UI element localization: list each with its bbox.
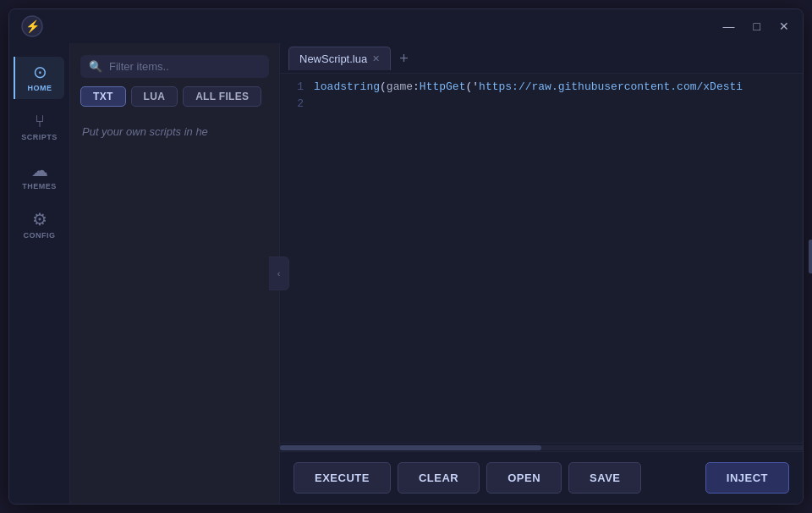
editor-scrollbar[interactable] (280, 443, 803, 451)
sidebar-item-themes[interactable]: ☁ THEMES (14, 155, 65, 197)
home-icon: ⊙ (33, 63, 47, 80)
scripts-placeholder: Put your own scripts in he (70, 115, 279, 148)
editor-tab-newscript[interactable]: NewScript.lua ✕ (288, 47, 391, 70)
tab-txt[interactable]: TXT (80, 86, 126, 107)
search-bar: 🔍 (80, 55, 269, 78)
editor-tab-close-icon[interactable]: ✕ (372, 53, 380, 64)
scrollbar-track (280, 445, 803, 450)
titlebar: ⚡ — □ ✕ (9, 9, 803, 43)
code-editor[interactable]: 1 loadstring(game:HttpGet('https://raw.g… (280, 74, 803, 443)
editor-tabs: NewScript.lua ✕ + (280, 43, 803, 74)
minimize-button[interactable]: — (720, 19, 738, 34)
line-number-2: 2 (280, 97, 314, 114)
editor-tab-name: NewScript.lua (299, 52, 367, 65)
maximize-button[interactable]: □ (750, 19, 764, 34)
add-tab-button[interactable]: + (394, 51, 414, 66)
config-label: CONFIG (24, 231, 56, 240)
main-window: ⚡ — □ ✕ ⊙ HOME ⑂ SCRIPTS ☁ THEMES (8, 8, 804, 505)
line-content-2 (314, 97, 321, 114)
sidebar-item-config[interactable]: ⚙ CONFIG (14, 204, 65, 246)
scripts-label: SCRIPTS (21, 133, 58, 141)
search-icon: 🔍 (89, 60, 102, 73)
code-line-1: 1 loadstring(game:HttpGet('https://raw.g… (280, 80, 803, 97)
sidebar-nav: ⊙ HOME ⑂ SCRIPTS ☁ THEMES ⚙ CONFIG (9, 43, 70, 504)
scripts-icon: ⑂ (35, 113, 45, 130)
sidebar-item-scripts[interactable]: ⑂ SCRIPTS (14, 106, 65, 148)
config-icon: ⚙ (32, 211, 47, 228)
open-button[interactable]: OPEN (486, 462, 562, 494)
editor-area: NewScript.lua ✕ + 1 loadstring(game:Http… (280, 43, 803, 504)
clear-button[interactable]: CLEAR (398, 462, 480, 494)
scrollbar-thumb[interactable] (280, 445, 541, 450)
left-panel: 🔍 TXT LUA ALL FILES Put your own scripts… (70, 43, 280, 504)
main-layout: ⊙ HOME ⑂ SCRIPTS ☁ THEMES ⚙ CONFIG 🔍 (9, 43, 803, 504)
line-number-1: 1 (280, 80, 314, 97)
sidebar-item-home[interactable]: ⊙ HOME (14, 57, 64, 99)
window-controls: — □ ✕ (720, 19, 793, 34)
tab-all-files[interactable]: ALL FILES (183, 86, 261, 107)
collapse-handle[interactable]: ‹ (269, 256, 289, 290)
app-logo: ⚡ (19, 14, 45, 39)
bottom-toolbar: EXECUTE CLEAR OPEN SAVE INJECT (280, 451, 803, 504)
search-input[interactable] (109, 60, 261, 73)
close-button[interactable]: ✕ (776, 19, 793, 34)
tab-lua[interactable]: LUA (131, 86, 178, 107)
inject-button[interactable]: INJECT (705, 462, 789, 494)
file-type-tabs: TXT LUA ALL FILES (70, 86, 279, 115)
line-content-1: loadstring(game:HttpGet('https://raw.git… (314, 80, 743, 97)
code-line-2: 2 (280, 97, 803, 114)
save-button[interactable]: SAVE (568, 462, 641, 494)
themes-label: THEMES (22, 182, 57, 190)
execute-button[interactable]: EXECUTE (294, 462, 391, 494)
themes-icon: ☁ (31, 162, 48, 179)
home-label: HOME (28, 84, 52, 92)
svg-text:⚡: ⚡ (25, 19, 41, 34)
